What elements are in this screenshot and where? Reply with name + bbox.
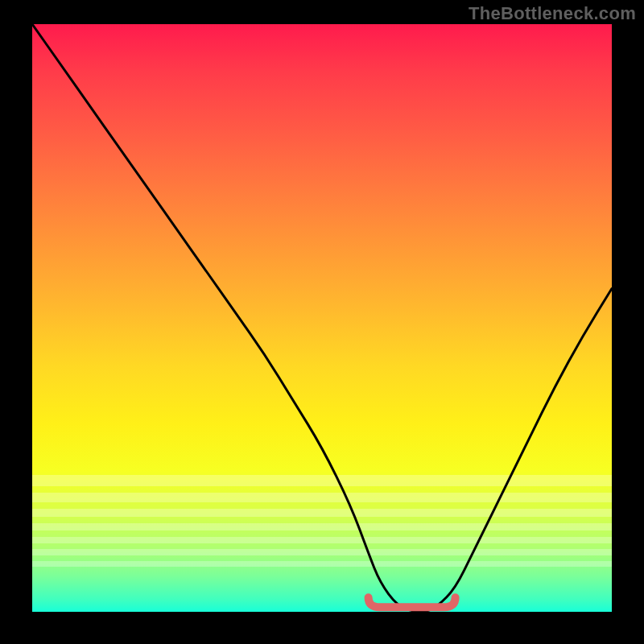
watermark-text: TheBottleneck.com [469, 3, 636, 24]
bottleneck-curve [32, 24, 612, 612]
chart-frame: TheBottleneck.com [0, 0, 644, 644]
chart-svg [32, 24, 612, 612]
plot-area [32, 24, 612, 612]
